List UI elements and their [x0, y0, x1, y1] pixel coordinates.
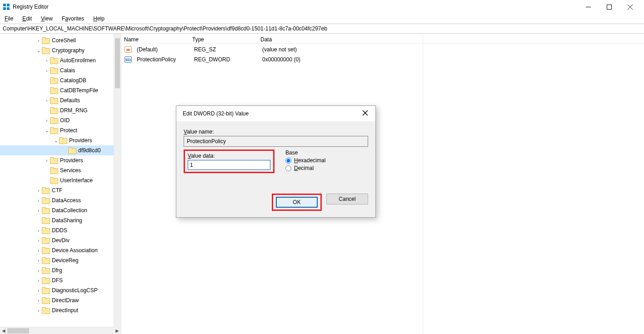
folder-icon: [59, 137, 66, 144]
tree-item-cryptography[interactable]: ⌄Cryptography: [0, 45, 121, 55]
tree-item-drmrng[interactable]: DRM_RNG: [0, 105, 121, 115]
tree-item-coreshell[interactable]: ›CoreShell: [0, 35, 121, 45]
folder-icon: [50, 157, 57, 164]
dialog-titlebar[interactable]: Edit DWORD (32-bit) Value: [176, 106, 375, 121]
minimize-button[interactable]: [578, 0, 599, 14]
dialog-close-button[interactable]: [359, 108, 371, 119]
binary-value-icon: 011: [124, 56, 132, 63]
radio-dec-input[interactable]: [285, 165, 291, 171]
tree-item-defaults[interactable]: ›Defaults: [0, 95, 121, 105]
dialog-title: Edit DWORD (32-bit) Value: [183, 110, 359, 117]
menu-favorites[interactable]: Favorites: [59, 15, 87, 23]
tree-item-devdiv[interactable]: ›DevDiv: [0, 235, 121, 245]
tree-item-datasharing[interactable]: DataSharing: [0, 215, 121, 225]
tree-item-services[interactable]: Services: [0, 165, 121, 175]
value-type: REG_DWORD: [191, 56, 260, 63]
folder-icon: [42, 307, 49, 314]
value-row-default[interactable]: ab (Default) REG_SZ (value not set): [121, 45, 644, 55]
svg-rect-1: [7, 4, 10, 6]
close-window-button[interactable]: [619, 0, 640, 14]
value-type: REG_SZ: [191, 46, 260, 53]
folder-icon: [68, 147, 75, 154]
tree-item-directinput[interactable]: ›DirectInput: [0, 305, 121, 315]
folder-icon: [42, 217, 49, 224]
folder-icon: [42, 237, 49, 244]
scrollbar-thumb[interactable]: [7, 328, 29, 334]
tree-item-autoenrollment[interactable]: ›AutoEnrollmen: [0, 55, 121, 65]
svg-rect-4: [607, 5, 611, 9]
scroll-left-icon[interactable]: ◄: [0, 327, 7, 334]
menu-file[interactable]: File: [2, 15, 16, 23]
tree-item-providers2[interactable]: ›Providers: [0, 155, 121, 165]
tree-item-devicereg[interactable]: ›DeviceReg: [0, 255, 121, 265]
tree-item-dfs[interactable]: ›DFS: [0, 275, 121, 285]
maximize-button[interactable]: [599, 0, 619, 14]
folder-icon: [42, 267, 49, 274]
tree-item-ddds[interactable]: ›DDDS: [0, 225, 121, 235]
tree-pane: ›CoreShell ⌄Cryptography ›AutoEnrollmen …: [0, 34, 121, 334]
folder-icon: [42, 207, 49, 214]
edit-dword-dialog: Edit DWORD (32-bit) Value Value name: Va…: [176, 105, 376, 218]
tree-item-df9d8cd0[interactable]: df9d8cd0: [0, 145, 121, 155]
folder-icon: [50, 97, 57, 104]
titlebar: Registry Editor: [0, 0, 644, 14]
tree-item-oid[interactable]: ›OID: [0, 115, 121, 125]
value-data-label: Value data:: [188, 153, 270, 159]
tree-item-catalogdb[interactable]: CatalogDB: [0, 75, 121, 85]
folder-icon: [42, 187, 49, 194]
col-data[interactable]: Data: [258, 36, 644, 43]
value-data: 0x00000000 (0): [260, 56, 644, 63]
radio-hex-input[interactable]: [285, 158, 291, 164]
value-name-field[interactable]: [184, 136, 368, 147]
cancel-button[interactable]: Cancel: [326, 194, 368, 204]
value-name: (Default): [134, 46, 191, 53]
registry-tree[interactable]: ›CoreShell ⌄Cryptography ›AutoEnrollmen …: [0, 34, 121, 315]
window-title: Registry Editor: [13, 4, 578, 10]
folder-icon: [42, 277, 49, 284]
folder-icon: [50, 57, 57, 64]
scroll-right-icon[interactable]: ►: [114, 327, 121, 334]
folder-icon: [50, 127, 57, 134]
string-value-icon: ab: [124, 46, 132, 53]
value-data-field[interactable]: [188, 160, 270, 170]
col-name[interactable]: Name: [121, 36, 190, 43]
radio-hex[interactable]: Hexadecimal: [285, 157, 325, 164]
radio-dec[interactable]: Decimal: [285, 165, 325, 171]
base-label: Base: [285, 150, 325, 156]
tree-item-catdbtempfile[interactable]: CatDBTempFile: [0, 85, 121, 95]
value-data-highlight: Value data:: [184, 150, 275, 173]
scrollbar-thumb[interactable]: [115, 38, 120, 88]
tree-item-ctf[interactable]: ›CTF: [0, 185, 121, 195]
tree-vertical-scrollbar[interactable]: [114, 34, 121, 327]
column-separator: [423, 34, 423, 334]
tree-item-userinterface[interactable]: UserInterface: [0, 175, 121, 185]
tree-item-protect[interactable]: ⌄Protect: [0, 125, 121, 135]
tree-item-diagnosticlogcsp[interactable]: ›DiagnosticLogCSP: [0, 285, 121, 295]
base-group: Base Hexadecimal Decimal: [285, 150, 325, 173]
tree-item-dfrg[interactable]: ›Dfrg: [0, 265, 121, 275]
folder-icon: [50, 107, 57, 114]
folder-icon: [50, 177, 57, 184]
value-row-protectionpolicy[interactable]: 011 ProtectionPolicy REG_DWORD 0x0000000…: [121, 55, 644, 65]
address-text: Computer\HKEY_LOCAL_MACHINE\SOFTWARE\Mic…: [3, 25, 327, 32]
tree-item-dataaccess[interactable]: ›DataAccess: [0, 195, 121, 205]
svg-rect-3: [7, 7, 10, 10]
folder-icon: [50, 87, 57, 94]
tree-item-providers[interactable]: ⌄Providers: [0, 135, 121, 145]
tree-item-directdraw[interactable]: ›DirectDraw: [0, 295, 121, 305]
address-bar[interactable]: Computer\HKEY_LOCAL_MACHINE\SOFTWARE\Mic…: [0, 24, 644, 34]
menu-help[interactable]: Help: [90, 15, 107, 23]
menu-view[interactable]: View: [38, 15, 55, 23]
tree-horizontal-scrollbar[interactable]: ◄ ►: [0, 327, 121, 334]
tree-item-deviceassociation[interactable]: ›Device Association: [0, 245, 121, 255]
value-name: ProtectionPolicy: [134, 56, 191, 63]
tree-item-datacollection[interactable]: ›DataCollection: [0, 205, 121, 215]
col-type[interactable]: Type: [190, 36, 258, 43]
folder-icon: [42, 257, 49, 264]
folder-icon: [42, 297, 49, 304]
menu-edit[interactable]: Edit: [20, 15, 35, 23]
value-name-label: Value name:: [184, 129, 368, 135]
ok-button[interactable]: OK: [276, 197, 318, 208]
tree-item-calais[interactable]: ›Calais: [0, 65, 121, 75]
ok-highlight: OK: [272, 194, 322, 211]
